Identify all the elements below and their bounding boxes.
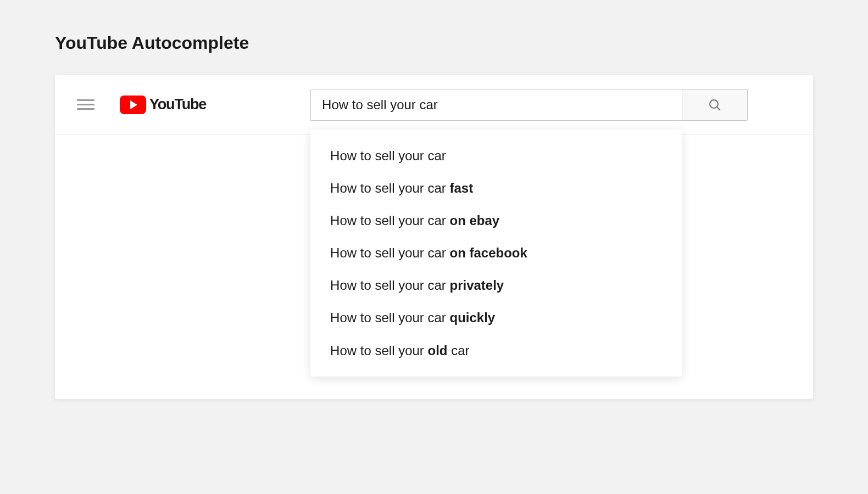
search-input[interactable] <box>310 89 682 121</box>
autocomplete-dropdown: How to sell your carHow to sell your car… <box>310 130 682 377</box>
youtube-logo[interactable]: YouTube <box>120 96 206 114</box>
search-icon <box>708 98 721 111</box>
autocomplete-suggestion[interactable]: How to sell your car fast <box>310 172 682 204</box>
youtube-logo-text: YouTube <box>149 96 206 113</box>
autocomplete-suggestion[interactable]: How to sell your old car <box>310 334 682 367</box>
autocomplete-suggestion[interactable]: How to sell your car on ebay <box>310 204 682 237</box>
autocomplete-suggestion[interactable]: How to sell your car quickly <box>310 301 682 334</box>
autocomplete-suggestion[interactable]: How to sell your car on facebook <box>310 237 682 269</box>
svg-point-0 <box>710 100 718 108</box>
page-title: YouTube Autocomplete <box>55 33 813 53</box>
youtube-play-icon <box>120 96 146 114</box>
search-button[interactable] <box>682 89 748 121</box>
topbar: YouTube How to sell your carHow to sell … <box>55 75 813 134</box>
browser-frame: YouTube How to sell your carHow to sell … <box>55 75 813 399</box>
search-container: How to sell your carHow to sell your car… <box>310 89 748 121</box>
svg-line-1 <box>717 107 721 110</box>
menu-icon[interactable] <box>77 99 94 110</box>
autocomplete-suggestion[interactable]: How to sell your car <box>310 139 682 172</box>
autocomplete-suggestion[interactable]: How to sell your car privately <box>310 269 682 301</box>
